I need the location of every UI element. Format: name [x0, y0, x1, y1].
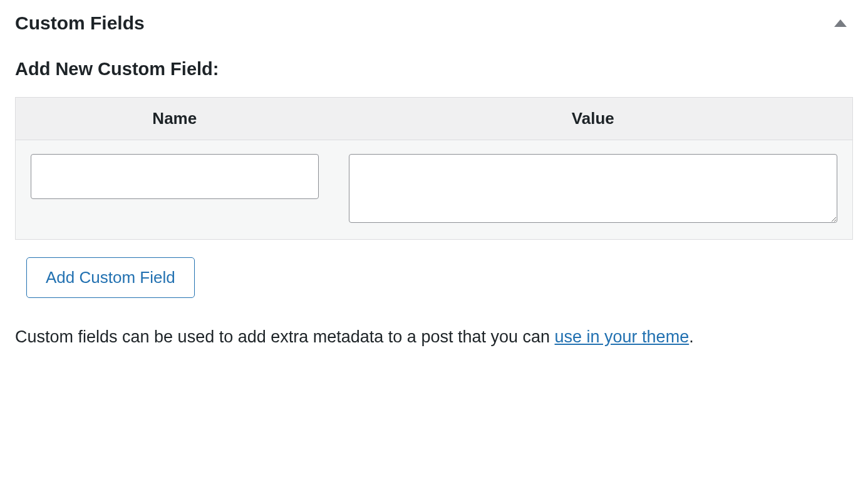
description-text: Custom fields can be used to add extra m… — [15, 323, 853, 352]
collapse-toggle-icon[interactable] — [834, 19, 847, 27]
name-input[interactable] — [31, 154, 319, 199]
description-prefix: Custom fields can be used to add extra m… — [15, 327, 555, 346]
panel-header: Custom Fields — [15, 13, 853, 34]
name-column-header: Name — [16, 98, 334, 140]
table-row — [16, 140, 853, 240]
panel-title: Custom Fields — [15, 13, 145, 34]
description-suffix: . — [689, 327, 694, 346]
use-in-theme-link[interactable]: use in your theme — [555, 327, 690, 346]
add-custom-field-button[interactable]: Add Custom Field — [26, 257, 195, 298]
value-column-header: Value — [334, 98, 853, 140]
custom-fields-table: Name Value — [15, 97, 853, 240]
add-new-subheader: Add New Custom Field: — [15, 59, 853, 79]
value-textarea[interactable] — [349, 154, 837, 223]
